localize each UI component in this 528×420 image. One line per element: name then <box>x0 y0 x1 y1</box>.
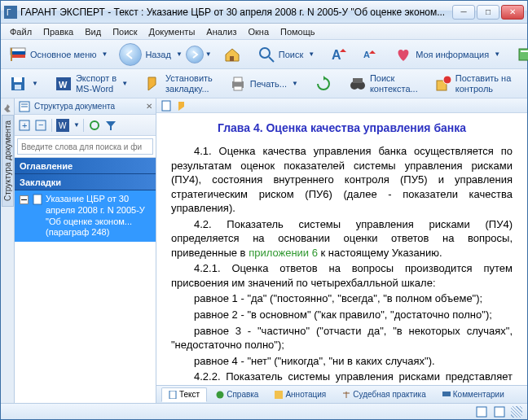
doc-heading: Глава 4. Оценка качества управления банк… <box>171 121 513 134</box>
heart-icon <box>394 46 412 63</box>
chevron-down-icon: ▼ <box>308 50 315 58</box>
svg-line-8 <box>269 57 274 62</box>
expand-all-icon[interactable]: + <box>17 118 32 133</box>
chevron-down-icon: ▼ <box>121 80 128 87</box>
note-icon <box>275 391 283 399</box>
doc-tree-icon <box>18 100 31 113</box>
tab-help[interactable]: Справка <box>209 387 266 402</box>
font-decrease-button[interactable]: A <box>355 42 383 67</box>
sync-button[interactable] <box>310 72 337 96</box>
export-msword-button[interactable]: W Экспорт вMS-Word▼ <box>50 72 133 96</box>
sidebar-title: Структура документа <box>34 102 143 111</box>
menu-documents[interactable]: Документы <box>143 25 201 38</box>
back-button[interactable] <box>119 43 142 66</box>
sidebar-tools: + − W ▼ <box>15 115 156 136</box>
chevron-down-icon: ▼ <box>205 50 212 58</box>
left-tab-strip: Структура документа <box>1 98 15 403</box>
tab-text[interactable]: Текст <box>161 387 207 402</box>
main-menu-label: Основное меню <box>30 50 96 59</box>
svg-text:+: + <box>22 120 27 130</box>
svg-rect-19 <box>234 77 242 82</box>
changes-button[interactable]: Измене...▼ <box>522 72 528 96</box>
font-increase-button[interactable]: A <box>326 42 354 67</box>
status-icon[interactable] <box>493 405 506 418</box>
bookmark-button[interactable]: Установитьзакладку... <box>139 72 218 96</box>
font-dec-icon: A <box>360 46 378 63</box>
doc-link[interactable]: приложении 6 <box>249 247 318 259</box>
flag-icon[interactable] <box>175 99 188 112</box>
save-button[interactable]: ▼ <box>4 72 43 96</box>
workspace: Структура документа Структура документа … <box>1 98 527 403</box>
minimize-button[interactable]: ─ <box>452 5 475 20</box>
save-icon <box>9 75 27 93</box>
search-button[interactable]: Поиск▼ <box>253 42 319 67</box>
panel-icon <box>517 46 528 63</box>
tree-item-label: Указание ЦБР от 30 апреля 2008 г. N 2005… <box>46 194 152 238</box>
task-panel-button[interactable]: Панель задач <box>512 42 528 67</box>
section-bookmarks[interactable]: Закладки <box>15 174 156 190</box>
paragraph: равное 4 - "нет" ("никогда", "ни в каких… <box>171 354 513 369</box>
menu-view[interactable]: Вид <box>79 25 107 38</box>
print-label: Печать... <box>250 79 287 89</box>
section-toc[interactable]: Оглавление <box>15 158 156 174</box>
menu-edit[interactable]: Правка <box>37 25 79 38</box>
font-inc-icon: A <box>331 46 349 63</box>
chevron-down-icon: ▼ <box>176 50 183 58</box>
titlebar: Г ГАРАНТ ЭКСПЕРТ - Текст : Указание ЦБР … <box>1 1 527 24</box>
print-button[interactable]: Печать...▼ <box>224 72 303 96</box>
maximize-button[interactable]: □ <box>477 5 499 20</box>
pin-icon[interactable] <box>1 102 14 115</box>
svg-rect-14 <box>14 77 22 82</box>
svg-point-7 <box>260 48 270 58</box>
minus-box-icon[interactable] <box>18 194 29 205</box>
menu-file[interactable]: Файл <box>4 25 37 38</box>
refresh-icon <box>315 75 332 93</box>
paragraph: 4.1. Оценка качества управления банка ос… <box>171 144 513 216</box>
home-icon <box>223 46 241 63</box>
svg-text:A: A <box>332 48 341 62</box>
sidebar-close-icon[interactable]: ✕ <box>146 102 152 111</box>
main-menu-button[interactable]: Основное меню▼ <box>4 42 112 67</box>
paragraph: 4.2.1. Оценка ответов на вопросы произво… <box>171 261 513 290</box>
tree-item[interactable]: Указание ЦБР от 30 апреля 2008 г. N 2005… <box>15 190 156 242</box>
doc-icon[interactable] <box>160 99 173 112</box>
search-label: Поиск <box>279 50 303 59</box>
chevron-down-icon[interactable]: ▼ <box>73 121 80 129</box>
paragraph: 4.2. Показатель системы управления риска… <box>171 217 513 260</box>
close-button[interactable]: ✕ <box>501 5 524 20</box>
sidebar-tab-structure[interactable]: Структура документа <box>2 115 14 207</box>
sync-icon[interactable] <box>87 118 102 133</box>
svg-rect-5 <box>11 48 12 61</box>
tab-comments[interactable]: Комментарии <box>435 387 512 402</box>
sidebar-header: Структура документа ✕ <box>15 98 156 115</box>
my-info-button[interactable]: Моя информация▼ <box>389 42 505 67</box>
document-body[interactable]: Глава 4. Оценка качества управления банк… <box>156 113 527 385</box>
status-icon[interactable] <box>475 405 488 418</box>
svg-rect-44 <box>442 392 451 396</box>
filter-icon[interactable] <box>103 118 118 133</box>
put-control-button[interactable]: Поставить наконтроль <box>429 72 517 96</box>
toolbar-secondary: ▼ W Экспорт вMS-Word▼ Установитьзакладку… <box>1 69 527 98</box>
forward-button[interactable] <box>186 46 204 63</box>
menu-analysis[interactable]: Анализ <box>200 25 242 38</box>
svg-text:A: A <box>363 50 370 59</box>
content-pane: Глава 4. Оценка качества управления банк… <box>156 98 527 403</box>
svg-rect-3 <box>11 51 25 55</box>
collapse-all-icon[interactable]: − <box>33 118 48 133</box>
tab-annotation[interactable]: Аннотация <box>267 387 333 402</box>
svg-rect-15 <box>15 85 21 90</box>
svg-rect-20 <box>234 86 242 90</box>
word-export-icon[interactable]: W <box>55 118 70 133</box>
resize-grip[interactable] <box>511 406 522 418</box>
tab-court[interactable]: Судебная практика <box>335 387 433 402</box>
context-search-button[interactable]: Поискконтекста... <box>344 72 423 96</box>
sidebar-tree: Указание ЦБР от 30 апреля 2008 г. N 2005… <box>15 190 156 403</box>
menu-search[interactable]: Поиск <box>107 25 143 38</box>
menu-help[interactable]: Помощь <box>275 25 321 38</box>
svg-text:Г: Г <box>7 8 11 17</box>
printer-icon <box>229 75 247 93</box>
svg-rect-39 <box>33 195 42 204</box>
home-button[interactable] <box>218 42 246 67</box>
sidebar-search-input[interactable] <box>17 138 153 155</box>
menu-windows[interactable]: Окна <box>242 25 275 38</box>
